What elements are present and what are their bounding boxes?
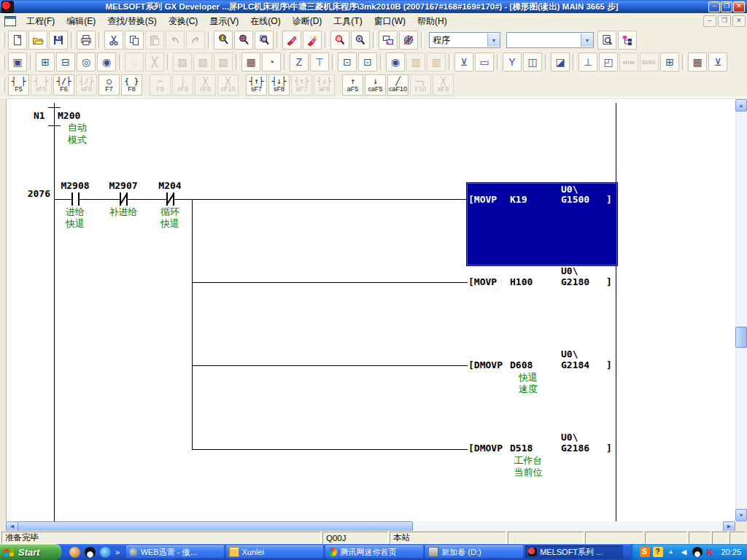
qq-tray-icon[interactable] — [692, 547, 703, 557]
instruction-opcode[interactable]: [DMOVP — [468, 359, 503, 370]
new-button[interactable] — [8, 31, 27, 50]
sogou-icon[interactable] — [69, 547, 80, 558]
open-branch-button[interactable]: ┤ ├sF5 — [31, 74, 52, 96]
updates-tray-icon[interactable]: ▴ — [666, 547, 676, 557]
monitor-mode-button[interactable]: ▣ — [8, 52, 27, 71]
cut-button[interactable] — [104, 31, 123, 50]
print-button[interactable] — [77, 31, 96, 50]
qq-icon[interactable] — [85, 547, 96, 558]
menu-diagnostics[interactable]: 诊断(D) — [287, 13, 328, 30]
chevron-more-icon[interactable]: » — [115, 548, 120, 556]
vertical-scroll-thumb[interactable] — [735, 327, 747, 348]
scroll-down-icon[interactable]: ▼ — [735, 509, 747, 521]
menu-project[interactable]: 工程(F) — [20, 13, 61, 30]
scroll-up-icon[interactable]: ▲ — [735, 99, 747, 112]
window-switch-button[interactable] — [379, 31, 398, 50]
menu-find-replace[interactable]: 查找/替换(S) — [101, 13, 162, 30]
menu-help[interactable]: 帮助(H) — [411, 13, 453, 30]
ladder-edit-button[interactable] — [282, 31, 301, 50]
sogou-tray-icon[interactable]: S — [640, 547, 650, 557]
toolbar-grip[interactable] — [1, 33, 5, 47]
open-contact-button[interactable]: ┤ ├F5 — [8, 74, 29, 96]
child-close-button[interactable]: ✕ — [732, 15, 746, 27]
find-string-combo[interactable]: ▼ — [506, 32, 594, 48]
paste-button[interactable] — [145, 31, 164, 50]
redo-button[interactable] — [186, 31, 205, 50]
minimize-button[interactable]: – — [708, 1, 720, 12]
toolbar-grip[interactable] — [1, 55, 5, 69]
device-timer-button[interactable]: ◔ — [262, 52, 281, 71]
skip-execution-button[interactable]: ▨ — [214, 52, 233, 71]
erase-line-button[interactable]: ╳aF9 — [433, 74, 454, 96]
menu-edit[interactable]: 编辑(E) — [61, 13, 101, 30]
monitor-write-button[interactable]: ⊤ — [310, 52, 329, 71]
device-memory-button[interactable]: ▦ — [241, 52, 260, 71]
nc-contact[interactable] — [161, 192, 179, 206]
branch-down-button[interactable]: ⊥ — [578, 52, 597, 71]
parameter-tree-button[interactable] — [618, 31, 637, 50]
find-contact-button[interactable]: ◎ — [77, 52, 96, 71]
chevron-down-icon[interactable]: ▼ — [581, 34, 593, 47]
task-web-xunlei[interactable]: WEB迅雷 - 傲... — [126, 545, 224, 559]
open-button[interactable] — [28, 31, 47, 50]
instruction-opcode[interactable]: [MOVP — [468, 194, 497, 205]
jump-destination-button[interactable]: ⊡ — [358, 52, 377, 71]
partial-execution-button[interactable]: ▨ — [193, 52, 212, 71]
chevron-down-icon[interactable]: ▼ — [487, 34, 500, 47]
no-contact[interactable] — [66, 192, 84, 206]
project-data-list-button[interactable]: ⊞ — [36, 52, 55, 71]
save-button[interactable] — [49, 31, 68, 50]
task-tencent-mini[interactable]: 腾讯网迷你首页 — [325, 545, 423, 559]
invert-down-button[interactable]: ↓caF5 — [365, 74, 386, 96]
tree-collapse-button[interactable]: ⊻ — [708, 52, 727, 71]
toolbar-grip[interactable] — [1, 78, 5, 93]
program-type-combo[interactable]: 程序 ▼ — [429, 32, 500, 48]
coil-button[interactable]: ○F7 — [98, 74, 120, 96]
sfc-step-jump-button[interactable]: S1S9↓ — [640, 52, 659, 71]
document-check-button[interactable]: ◪ — [551, 52, 570, 71]
vertical-scrollbar[interactable]: ▲ ▼ — [735, 99, 747, 521]
ladder-logic-test-button[interactable]: ▨ — [173, 52, 192, 71]
help-tray-icon[interactable]: ? — [653, 547, 663, 557]
write-mode-button[interactable]: Z — [290, 52, 309, 71]
closed-branch-button[interactable]: ┤/├sF6 — [76, 74, 97, 96]
menu-tools[interactable]: 工具(T) — [328, 13, 368, 30]
application-instruction-button[interactable]: { }F8 — [121, 74, 142, 96]
task-local-disk-d[interactable]: 新加卷 (D:) — [425, 545, 523, 559]
find-instruction-button[interactable] — [255, 31, 274, 50]
close-button[interactable]: ✕ — [733, 1, 745, 12]
rising-branch-button[interactable]: ┤↑├aF7 — [291, 74, 312, 96]
delete-hline-button[interactable]: ╳cF9 — [195, 74, 216, 96]
ladder-edit-new-button[interactable] — [303, 31, 322, 50]
sampling-trace2-button[interactable]: ▥ — [427, 52, 446, 71]
vertical-line-button[interactable]: │sF9 — [172, 74, 193, 96]
screen-display-button[interactable]: ▭ — [475, 52, 494, 71]
falling-pulse-button[interactable]: ┤↓├sF8 — [268, 74, 290, 96]
kaspersky-tray-icon[interactable]: K — [705, 547, 716, 557]
tile-windows-button[interactable]: ⊞ — [660, 52, 679, 71]
closed-contact-button[interactable]: ┤/├F6 — [53, 74, 74, 96]
start-button[interactable]: Start — [0, 544, 61, 560]
rising-pulse-button[interactable]: ┤↑├sF7 — [246, 74, 267, 96]
nc-contact[interactable] — [115, 192, 132, 206]
falling-branch-button[interactable]: ┤↓├aF8 — [314, 74, 335, 96]
horizontal-scrollbar[interactable]: ◀ ▶ — [6, 521, 735, 532]
task-xunlei-folder[interactable]: Xunlei — [226, 545, 324, 559]
menu-window[interactable]: 窗口(W) — [368, 13, 411, 30]
media-player-icon[interactable] — [100, 547, 111, 558]
taskbar-clock[interactable]: 20:25 — [721, 548, 742, 556]
instruction-opcode[interactable]: [MOVP — [468, 276, 497, 287]
error-jump-button[interactable]: error — [619, 52, 638, 71]
delete-vline-button[interactable]: ╳cF10 — [217, 74, 239, 96]
scroll-left-icon[interactable]: ◀ — [6, 521, 18, 532]
instruction-opcode[interactable]: [DMOVP — [468, 443, 503, 454]
undo-button[interactable] — [166, 31, 185, 50]
child-window-icon[interactable] — [4, 16, 16, 26]
menu-online[interactable]: 在线(O) — [244, 13, 286, 30]
maximize-button[interactable]: ❐ — [721, 1, 732, 12]
horizontal-line-button[interactable]: ─F9 — [150, 74, 171, 96]
find-step-button[interactable]: ◉ — [97, 52, 116, 71]
remote-operation-button[interactable]: ╳ — [145, 52, 164, 71]
help-reference-button[interactable]: ◫ — [523, 52, 542, 71]
jump-source-button[interactable]: ⊡ — [338, 52, 357, 71]
